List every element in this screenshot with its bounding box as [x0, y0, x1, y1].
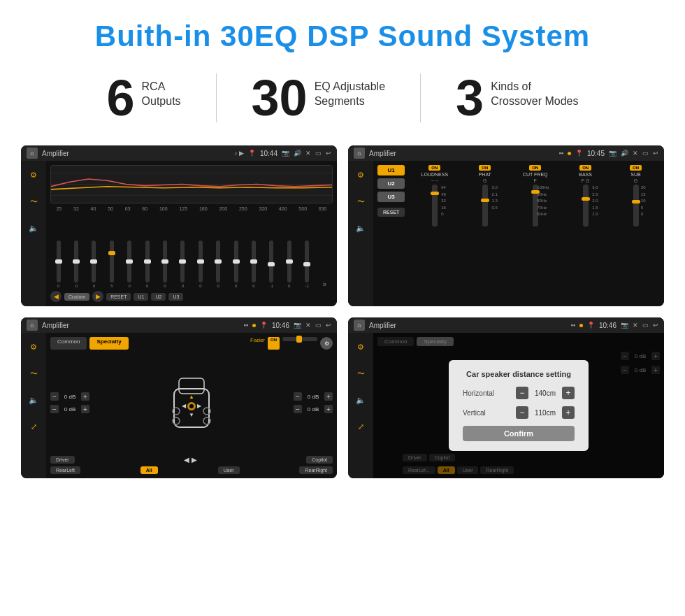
band-loudness-slider[interactable]: 644832160 — [432, 185, 438, 227]
home-icon-3[interactable]: ⌂ — [27, 320, 38, 331]
slider-col-3[interactable]: 5 — [110, 232, 114, 288]
band-sub-on[interactable]: ON — [630, 165, 642, 171]
band-sub-slider[interactable]: 20151050 — [633, 185, 639, 227]
band-cutfreq-on[interactable]: ON — [529, 165, 541, 171]
slider-track-11[interactable] — [252, 241, 256, 282]
right-arrow[interactable]: ▶ — [192, 456, 197, 464]
slider-col-13[interactable]: 0 — [287, 232, 291, 288]
slider-col-6[interactable]: 0 — [163, 232, 167, 288]
back-icon-2[interactable]: ↩ — [653, 150, 658, 157]
band-cutfreq-slider[interactable]: 100Hz90Hz80Hz70Hz60Hz — [533, 185, 538, 227]
btn-rearright[interactable]: RearRight — [299, 466, 333, 474]
amp-u1-btn[interactable]: U1 — [377, 165, 405, 176]
eq-reset-btn[interactable]: RESET — [106, 293, 131, 301]
amp-u3-btn[interactable]: U3 — [377, 192, 405, 202]
amp-reset-btn[interactable]: RESET — [377, 208, 405, 217]
spk-spk-icon[interactable]: 🔈 — [25, 392, 42, 408]
horizontal-minus-btn[interactable]: − — [516, 387, 528, 399]
horizontal-plus-btn[interactable]: + — [562, 387, 575, 399]
slider-track-8[interactable] — [199, 241, 203, 282]
spk-tab-specialty[interactable]: Specialty — [89, 337, 128, 350]
slider-track-9[interactable] — [216, 241, 220, 282]
eq-u3-btn[interactable]: U3 — [168, 293, 183, 301]
slider-col-2[interactable]: 0 — [92, 232, 96, 288]
spk-wave-icon[interactable]: 〜 — [25, 365, 42, 382]
home-icon-2[interactable]: ⌂ — [354, 148, 365, 159]
eq-u1-btn[interactable]: U1 — [134, 293, 148, 301]
slider-track-12[interactable] — [269, 241, 273, 282]
spk-arrows-icon[interactable]: ⤢ — [25, 418, 42, 435]
btn-user[interactable]: User — [218, 466, 240, 474]
wave-icon[interactable]: 〜 — [25, 193, 42, 210]
vol-fr-plus[interactable]: + — [324, 392, 333, 401]
slider-col-11[interactable]: 0 — [252, 232, 256, 288]
band-phat-slider[interactable]: 3.02.11.30.5 — [482, 185, 488, 227]
btn-copilot[interactable]: Copilot — [306, 456, 333, 464]
slider-col-4[interactable]: 0 — [127, 232, 131, 288]
back-icon-1[interactable]: ↩ — [326, 150, 331, 157]
slider-track-3[interactable] — [110, 241, 114, 282]
slider-col-0[interactable]: 0 — [57, 232, 61, 288]
eq-u2-btn[interactable]: U2 — [151, 293, 166, 301]
vol-rr-minus[interactable]: − — [294, 405, 302, 413]
btn-driver[interactable]: Driver — [50, 456, 75, 464]
slider-col-1[interactable]: 0 — [74, 232, 78, 288]
vol-rl-plus[interactable]: + — [81, 405, 89, 413]
slider-track-14[interactable] — [305, 241, 309, 282]
fader-thumb[interactable] — [296, 336, 302, 343]
btn-rearleft[interactable]: RearLeft — [50, 466, 80, 474]
eq-custom-btn[interactable]: Custom — [64, 293, 89, 301]
settings-btn[interactable]: ⚙ — [320, 337, 333, 350]
slider-track-2[interactable] — [92, 241, 96, 282]
band-loudness-on[interactable]: ON — [428, 165, 440, 171]
eq-icon[interactable]: ⚙ — [25, 166, 42, 183]
vol-rr-plus[interactable]: + — [324, 405, 333, 413]
fader-on-badge[interactable]: ON — [268, 337, 280, 350]
home-icon-1[interactable]: ⌂ — [27, 148, 38, 159]
slider-track-13[interactable] — [287, 241, 291, 282]
slider-col-9[interactable]: 0 — [216, 232, 220, 288]
back-icon-4[interactable]: ↩ — [653, 322, 658, 329]
band-bass-on[interactable]: ON — [579, 165, 591, 171]
amp-spk-icon[interactable]: 🔈 — [352, 220, 369, 236]
speaker-icon[interactable]: 🔈 — [25, 220, 42, 236]
slider-col-8[interactable]: 0 — [199, 232, 203, 288]
amp-wave-icon[interactable]: 〜 — [352, 193, 369, 210]
dist-arrows-icon[interactable]: ⤢ — [352, 418, 369, 435]
band-phat-on[interactable]: ON — [479, 165, 491, 171]
slider-track-4[interactable] — [127, 241, 131, 282]
dist-eq-icon[interactable]: ⚙ — [352, 338, 369, 355]
fader-slider[interactable] — [282, 337, 317, 341]
left-arrow[interactable]: ◀ — [184, 456, 189, 464]
confirm-button[interactable]: Confirm — [463, 426, 575, 441]
slider-col-7[interactable]: 0 — [180, 232, 185, 288]
slider-track-0[interactable] — [57, 241, 61, 282]
slider-col-5[interactable]: 0 — [145, 232, 150, 288]
slider-track-7[interactable] — [180, 241, 185, 282]
amp-u2-btn[interactable]: U2 — [377, 178, 405, 189]
slider-col-10[interactable]: 0 — [234, 232, 238, 288]
vol-fr-minus[interactable]: − — [294, 392, 302, 401]
eq-sliders[interactable]: 0 0 0 5 0 — [50, 214, 333, 288]
slider-track-1[interactable] — [74, 241, 78, 282]
eq-prev-btn[interactable]: ◀ — [50, 291, 62, 302]
btn-all[interactable]: All — [140, 466, 158, 474]
slider-track-5[interactable] — [145, 241, 150, 282]
back-icon-3[interactable]: ↩ — [326, 322, 331, 329]
vertical-plus-btn[interactable]: + — [562, 406, 575, 419]
eq-next-btn[interactable]: ▶ — [92, 291, 103, 302]
spk-tab-common[interactable]: Common — [50, 337, 87, 350]
dist-spk-icon[interactable]: 🔈 — [352, 392, 369, 408]
amp-eq-icon[interactable]: ⚙ — [352, 166, 369, 183]
band-bass-slider[interactable]: 3.02.52.01.51.0 — [583, 185, 589, 227]
slider-col-14[interactable]: -1 — [305, 232, 309, 288]
slider-col-12[interactable]: -1 — [269, 232, 273, 288]
dist-wave-icon[interactable]: 〜 — [352, 365, 369, 382]
slider-track-6[interactable] — [163, 241, 167, 282]
slider-track-10[interactable] — [234, 241, 238, 282]
vertical-minus-btn[interactable]: − — [516, 406, 528, 419]
vol-rl-minus[interactable]: − — [50, 405, 59, 413]
vol-fl-minus[interactable]: − — [50, 392, 59, 401]
spk-eq-icon[interactable]: ⚙ — [25, 338, 42, 355]
home-icon-4[interactable]: ⌂ — [354, 320, 365, 331]
